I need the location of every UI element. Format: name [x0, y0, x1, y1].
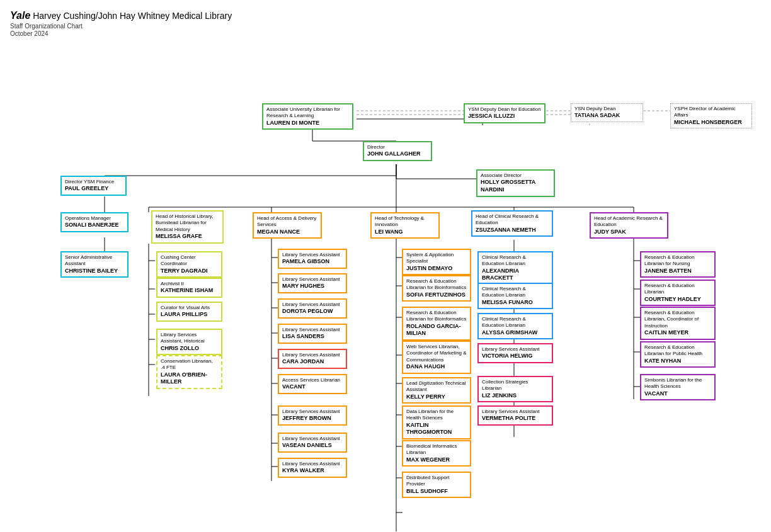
justin-demayo-box: System & Application Specialist JUSTIN D…: [402, 249, 471, 275]
victoria-helwig-box: Library Services Assistant VICTORIA HELW…: [477, 343, 553, 363]
katherine-isham-box: Archivist II KATHERINE ISHAM: [156, 278, 222, 298]
jeffrey-brown-box: Library Services Assistant JEFFREY BROWN: [278, 405, 347, 426]
dana-haugh-box: Web Services Librarian, Coordinator of M…: [402, 341, 471, 374]
dorota-peglow-box: Library Services Assistant DOROTA PEGLOW: [278, 298, 347, 319]
christine-box: Senior Administrative Assistant CHRISTIN…: [60, 251, 128, 278]
janene-batten-box: Research & Education Librarian for Nursi…: [640, 251, 716, 278]
terry-dagradi-box: Cushing Center Coordinator TERRY DAGRADI: [156, 251, 222, 278]
vermetha-polite-box: Library Services Assistant VERMETHA POLI…: [477, 405, 553, 426]
chris-zollo-box: Library Services Assistant, Historical C…: [156, 329, 222, 355]
subtitle2: October 2024: [10, 30, 761, 37]
megan-nance-box: Head of Access & Delivery Services MEGAN…: [253, 212, 322, 239]
header: Yale Harvey Cushing/John Hay Whitney Med…: [10, 10, 761, 37]
sonali-box: Operations Manager SONALI BANERJEE: [60, 212, 128, 232]
courtney-hadley-box: Research & Education Librarian COURTNEY …: [640, 280, 716, 306]
alexandria-box: Clinical Research & Education Librarian …: [477, 251, 553, 285]
header-title: Yale Harvey Cushing/John Hay Whitney Med…: [10, 10, 761, 21]
zsuzsanna-box: Head of Clinical Research & Education ZS…: [471, 210, 553, 237]
institution-text: Harvey Cushing/John Hay Whitney Medical …: [33, 11, 232, 21]
ysn-deputy-box: YSN Deputy Dean TATIANA SADAK: [571, 103, 643, 122]
melissa-grafe-box: Head of Historical Library, Bumstead Lib…: [151, 210, 224, 244]
holly-box: Associate Director HOLLY GROSSETTA NARDI…: [476, 169, 555, 197]
liz-jenkins-box: Collection Strategies Librarian LIZ JENK…: [477, 376, 553, 402]
caitlin-meyer-box: Research & Education Librarian, Coordina…: [640, 307, 716, 340]
laura-obrien-box: Conservation Librarian, .4 FTE LAURA O'B…: [156, 355, 222, 389]
cara-jordan-box: Library Services Assistant CARA JORDAN: [278, 349, 347, 369]
paul-greeley-box: Director YSM Finance PAUL GREELEY: [60, 176, 127, 196]
rolando-box: Research & Education Librarian for Bioin…: [402, 307, 471, 341]
org-chart: Associate University Librarian for Resea…: [10, 43, 760, 532]
melissa-funaro-box: Clinical Research & Education Librarian …: [477, 283, 553, 309]
vasean-daniels-box: Library Services Assistant VASEAN DANIEL…: [278, 433, 347, 453]
max-wegener-box: Biomedical Informatics Librarian MAX WEG…: [402, 440, 471, 467]
lei-wang-box: Head of Technology & Innovation LEI WANG: [370, 212, 440, 239]
bill-sudhoff-box: Distributed Support Provider BILL SUDHOF…: [402, 472, 471, 498]
lisa-sanders-box: Library Services Assistant LISA SANDERS: [278, 324, 347, 344]
laura-phillips-box: Curator for Visual Arts LAURA PHILLIPS: [156, 302, 222, 322]
john-gallagher-box: Director JOHN GALLAGHER: [363, 141, 432, 161]
judy-spak-box: Head of Academic Research & Education JU…: [590, 212, 668, 239]
alyssa-grimshaw-box: Clinical Research & Education Librarian …: [477, 313, 553, 339]
pamela-gibson-box: Library Services Assistant PAMELA GIBSON: [278, 249, 347, 269]
kelly-perry-box: Lead Digitization Technical Assistant KE…: [402, 377, 471, 404]
kyra-walker-box: Library Services Assistant KYRA WALKER: [278, 458, 347, 478]
ysm-deputy-box: YSM Deputy Dean for Education JESSICA IL…: [464, 103, 545, 123]
lauren-box: Associate University Librarian for Resea…: [262, 103, 353, 130]
vacant-simbonis-box: Simbonis Librarian for the Health Scienc…: [640, 374, 716, 400]
kate-nyhan-box: Research & Education Librarian for Publi…: [640, 341, 716, 368]
vacant-access-box: Access Services Librarian VACANT: [278, 374, 347, 394]
ysph-director-box: YSPH Director of Academic Affairs MICHAE…: [670, 103, 752, 128]
mary-hughes-box: Library Services Assistant MARY HUGHES: [278, 273, 347, 293]
kaitlin-box: Data Librarian for the Health Sciences K…: [402, 405, 471, 439]
sofia-box: Research & Education Librarian for Bioin…: [402, 275, 471, 302]
yale-text: Yale: [10, 10, 30, 21]
subtitle1: Staff Organizational Chart: [10, 23, 761, 30]
